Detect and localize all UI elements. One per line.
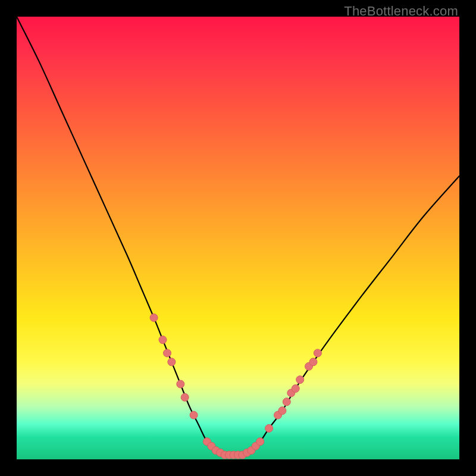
- data-marker: [177, 380, 184, 388]
- data-marker: [181, 393, 189, 401]
- data-marker: [168, 358, 176, 366]
- watermark-text: TheBottleneck.com: [344, 4, 458, 19]
- plot-area: [17, 17, 459, 459]
- data-marker: [283, 398, 290, 406]
- data-marker: [278, 407, 286, 415]
- bottleneck-curve: [17, 17, 459, 455]
- data-markers: [150, 314, 321, 459]
- data-marker: [256, 438, 264, 446]
- data-marker: [190, 411, 198, 419]
- data-marker: [314, 349, 321, 357]
- data-marker: [265, 424, 273, 432]
- data-marker: [150, 314, 158, 321]
- data-marker: [159, 336, 167, 344]
- curve-layer: [17, 17, 459, 459]
- chart-frame: TheBottleneck.com: [0, 0, 476, 476]
- data-marker: [296, 376, 304, 384]
- data-marker: [309, 358, 317, 366]
- data-marker: [292, 385, 299, 393]
- data-marker: [164, 349, 171, 357]
